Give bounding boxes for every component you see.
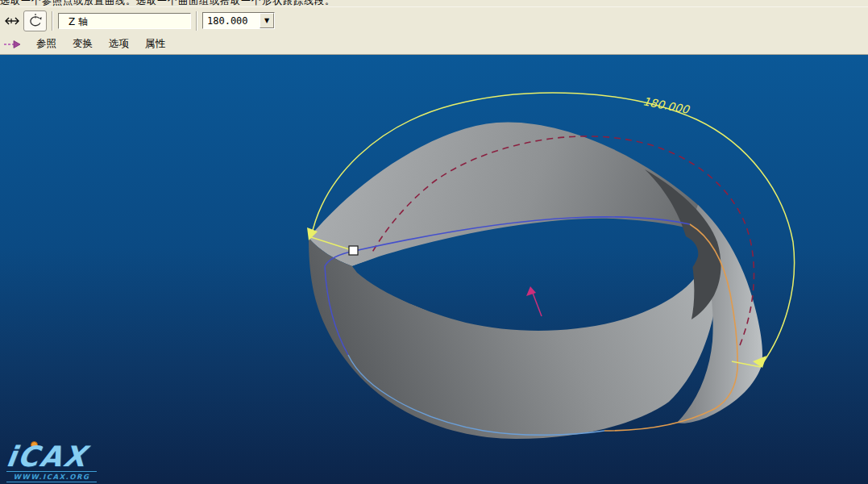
graphics-viewport[interactable]: 180.000 iCAX WWW.ICAX.ORG bbox=[0, 55, 868, 484]
menu-references[interactable]: 参照 bbox=[34, 35, 59, 52]
toolbar-separator bbox=[196, 11, 197, 31]
drag-handle[interactable] bbox=[349, 246, 358, 255]
rotate-about-axis-icon bbox=[27, 13, 44, 29]
toolbar-separator bbox=[52, 11, 53, 31]
rotation-axis-field[interactable]: Z 轴 bbox=[58, 13, 191, 29]
model-canvas: 180.000 bbox=[0, 55, 868, 484]
angle-combobox[interactable]: 180.000 ▼ bbox=[202, 12, 275, 29]
icax-watermark: iCAX WWW.ICAX.ORG bbox=[6, 444, 97, 482]
dashboard-bar: 参照 变换 选项 属性 bbox=[0, 34, 868, 55]
transform-toolbar: Z 轴 180.000 ▼ bbox=[0, 7, 868, 34]
menu-transform[interactable]: 变换 bbox=[70, 35, 95, 52]
logo-title: iCAX bbox=[5, 444, 99, 470]
angle-value[interactable]: 180.000 bbox=[203, 13, 260, 28]
menu-properties[interactable]: 属性 bbox=[143, 35, 168, 52]
prompt-text: 选取一个参照点或放置曲线。选取一个曲面组或拾取一个形状跟踪线段。 bbox=[0, 0, 868, 7]
rotate-button[interactable] bbox=[23, 10, 47, 31]
message-bar: 选取一个参照点或放置曲线。选取一个曲面组或拾取一个形状跟踪线段。 bbox=[0, 0, 868, 7]
angle-dropdown-button[interactable]: ▼ bbox=[260, 13, 274, 28]
logo-url: WWW.ICAX.ORG bbox=[6, 471, 97, 482]
menu-options[interactable]: 选项 bbox=[106, 35, 131, 52]
chevron-down-icon: ▼ bbox=[264, 17, 269, 24]
feed-arrow-icon bbox=[3, 39, 23, 50]
translate-icon[interactable] bbox=[3, 14, 21, 28]
